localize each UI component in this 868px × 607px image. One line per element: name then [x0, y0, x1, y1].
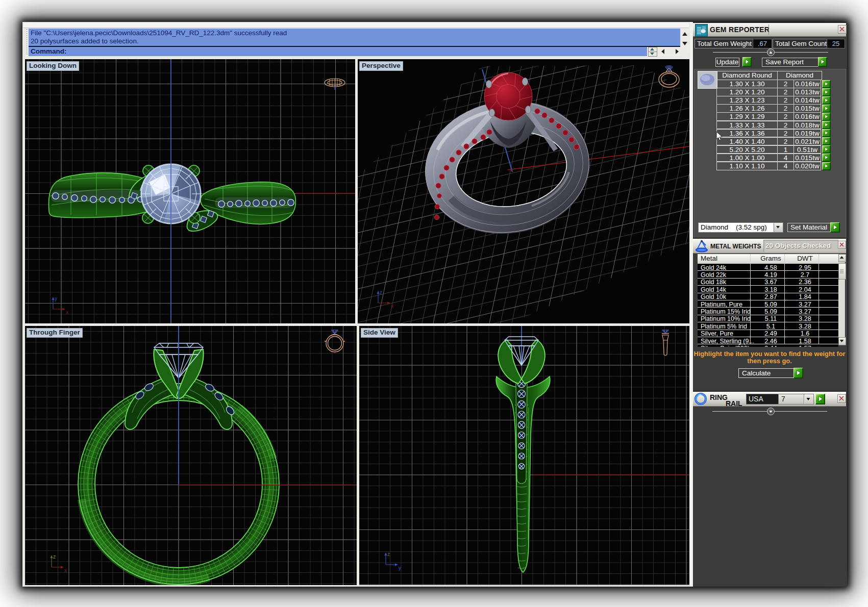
svg-text:y: y — [55, 296, 57, 301]
svg-text:x: x — [391, 304, 393, 309]
svg-text:z: z — [53, 554, 56, 560]
svg-text:z: z — [380, 290, 382, 295]
svg-text:y: y — [399, 565, 401, 571]
svg-text:x: x — [64, 568, 67, 573]
svg-text:z: z — [387, 551, 390, 557]
svg-text:x: x — [66, 310, 68, 315]
